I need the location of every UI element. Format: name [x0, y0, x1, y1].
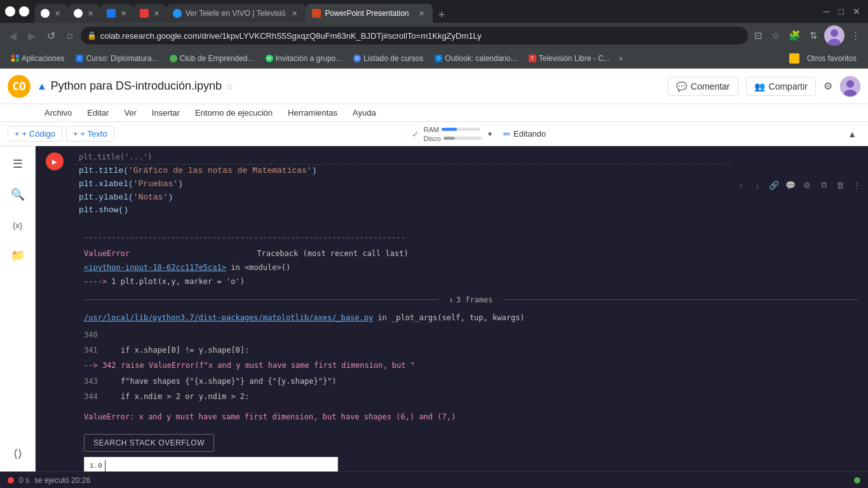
- share-button[interactable]: 👥 Compartir: [746, 77, 816, 96]
- tab-favicon-4: [140, 9, 149, 18]
- bookmark-outlook[interactable]: O Outlook: calendario...: [430, 53, 522, 64]
- menu-ver[interactable]: Ver: [118, 105, 143, 120]
- url-input[interactable]: 🔒 colab.research.google.com/drive/1kpvLY…: [81, 27, 748, 44]
- link-button[interactable]: 🔗: [766, 177, 782, 193]
- bookmark-club[interactable]: Club de Emprended...: [165, 53, 259, 64]
- menu-insertar[interactable]: Insertar: [146, 105, 186, 120]
- menu-herramientas[interactable]: Herramientas: [281, 105, 344, 120]
- bookmark-whatsapp[interactable]: W Invitación a grupo...: [261, 53, 348, 64]
- tab-close-3[interactable]: ✕: [119, 8, 127, 18]
- bookmark-apps[interactable]: Aplicaciones: [6, 53, 69, 64]
- tab-favicon-3: [107, 9, 116, 18]
- address-bar: ◀ ▶ ↺ ⌂ 🔒 colab.research.google.com/driv…: [0, 23, 868, 48]
- disk-progress-bar: [444, 137, 482, 140]
- maximize-button[interactable]: □: [836, 4, 846, 19]
- code-line-340: 340: [84, 327, 858, 342]
- checkmark-icon: ✓: [412, 129, 419, 139]
- close-button[interactable]: ✕: [850, 4, 863, 19]
- reload-button[interactable]: ↺: [43, 27, 59, 44]
- run-button[interactable]: ▶: [46, 152, 64, 170]
- tab-close-5[interactable]: ✕: [289, 8, 299, 18]
- truncated-top-line: plt.title('...'): [74, 152, 729, 165]
- bookmark-curso[interactable]: C Curso: Diplomatura...: [71, 53, 163, 64]
- bookmark-listado[interactable]: G Listado de cursos: [348, 53, 428, 64]
- menu-ayuda[interactable]: Ayuda: [346, 105, 383, 120]
- ram-disk-area: ✓ RAM Disco ▾: [412, 126, 494, 142]
- lock-icon: 🔒: [87, 31, 97, 40]
- final-error-message: ValueError: x and y must have same first…: [84, 410, 858, 423]
- menu-archivo[interactable]: Archivo: [38, 105, 78, 120]
- menu-entorno[interactable]: Entorno de ejecución: [189, 105, 279, 120]
- tab-close-1[interactable]: ✕: [53, 8, 61, 18]
- menu-editar[interactable]: Editar: [81, 105, 115, 120]
- notebook-star-icon[interactable]: ☆: [226, 81, 234, 92]
- sidebar-item-variables[interactable]: {x}: [5, 212, 31, 238]
- tab-close-6[interactable]: ✕: [416, 8, 426, 18]
- tab-close-4[interactable]: ✕: [153, 8, 160, 18]
- sidebar-item-search[interactable]: 🔍: [5, 182, 31, 207]
- sync-icon[interactable]: ⇅: [807, 27, 820, 44]
- bookmark-otros[interactable]: Otros favoritos: [802, 53, 862, 64]
- svg-point-4: [846, 80, 854, 88]
- cell-toolbar-right: ↑ ↓ 🔗 💬 ⚙ ⧉ 🗑 ⋮: [729, 147, 868, 222]
- menu-icon[interactable]: ⋮: [848, 27, 863, 44]
- tab-cc[interactable]: ✕: [133, 4, 166, 23]
- url-text: colab.research.google.com/drive/1kpvLYVK…: [100, 31, 482, 41]
- user-avatar-colab[interactable]: [840, 76, 860, 97]
- frames-label: 3 frames: [456, 294, 493, 306]
- error-separator: ----------------------------------------…: [84, 231, 858, 244]
- tab-ed[interactable]: ✕: [100, 4, 133, 23]
- file-link[interactable]: /usr/local/lib/python3.7/dist-packages/m…: [84, 313, 373, 322]
- chart-y-labels: 1.0 0.8: [90, 460, 105, 471]
- bookmark-star-icon[interactable]: ☆: [769, 27, 782, 44]
- minimize-button[interactable]: ─: [821, 4, 832, 19]
- move-up-button[interactable]: ↑: [733, 177, 749, 193]
- expand-frames-icon[interactable]: ⇕: [449, 294, 453, 306]
- add-text-label: + Texto: [81, 129, 107, 139]
- search-so-button[interactable]: SEARCH STACK OVERFLOW: [84, 434, 214, 452]
- disk-label: Disco: [423, 135, 441, 142]
- executed-label: se ejecutó 20:26: [34, 476, 90, 485]
- notebook-title[interactable]: Python para DS-introdución.ipynb: [51, 79, 222, 93]
- tab-github-1[interactable]: ✕: [34, 4, 67, 23]
- settings-cell-button[interactable]: ⚙: [799, 177, 815, 193]
- sidebar-item-menu[interactable]: ☰: [5, 151, 31, 177]
- home-button[interactable]: ⌂: [63, 27, 77, 44]
- comment-icon: 💬: [676, 81, 687, 92]
- cast-icon[interactable]: ⊡: [752, 27, 765, 44]
- tab-powerpoint[interactable]: PowerPoint Presentation ✕: [306, 4, 433, 23]
- ram-dropdown-icon[interactable]: ▾: [485, 128, 494, 140]
- settings-icon[interactable]: ⚙: [824, 80, 832, 92]
- sidebar-item-files[interactable]: 📁: [5, 243, 31, 268]
- tab-close-2[interactable]: ✕: [86, 8, 94, 18]
- move-down-button[interactable]: ↓: [750, 177, 765, 193]
- copy-cell-button[interactable]: ⧉: [816, 177, 831, 193]
- tab-telefe[interactable]: Ver Telefe en VIVO | Televisió ✕: [166, 4, 306, 23]
- add-code-button[interactable]: + + Código: [8, 126, 62, 142]
- delete-cell-button[interactable]: 🗑: [832, 177, 848, 193]
- tab-github-2[interactable]: ✕: [67, 4, 100, 23]
- add-code-label: + Código: [22, 129, 55, 139]
- comment-cell-button[interactable]: 💬: [783, 177, 798, 193]
- comment-button[interactable]: 💬 Comentar: [668, 77, 738, 96]
- bookmark-otros-label: Otros favoritos: [807, 54, 857, 63]
- code-lines-block: 340 341 if x.shape[0] != y.shape[0]: -->…: [84, 327, 858, 405]
- chart-plot-area: [105, 460, 332, 471]
- collapse-button[interactable]: ▲: [844, 128, 860, 140]
- header-actions: 💬 Comentar 👥 Compartir ⚙: [668, 76, 860, 97]
- more-bookmarks-icon[interactable]: »: [616, 53, 626, 64]
- code-line-341: 341 if x.shape[0] != y.shape[0]:: [84, 342, 858, 358]
- bookmark-tv[interactable]: T Televisión Libre - C...: [524, 53, 615, 64]
- frames-content: ⇕ 3 frames: [444, 294, 498, 306]
- sidebar-item-code[interactable]: ⟨⟩: [5, 441, 31, 466]
- code-line-1: plt.title('Gráfico de las notas de Matem…: [74, 165, 729, 178]
- extension-icon[interactable]: 🧩: [786, 27, 803, 44]
- user-avatar[interactable]: [824, 25, 844, 46]
- back-button[interactable]: ◀: [5, 27, 20, 44]
- input-link[interactable]: <ipython-input-18-62cc117e5ca1>: [84, 263, 226, 272]
- add-text-button[interactable]: + + Texto: [66, 126, 114, 142]
- more-cell-button[interactable]: ⋮: [849, 177, 864, 193]
- new-tab-button[interactable]: ＋: [433, 5, 451, 23]
- forward-button[interactable]: ▶: [24, 27, 39, 44]
- share-label: Compartir: [769, 81, 808, 92]
